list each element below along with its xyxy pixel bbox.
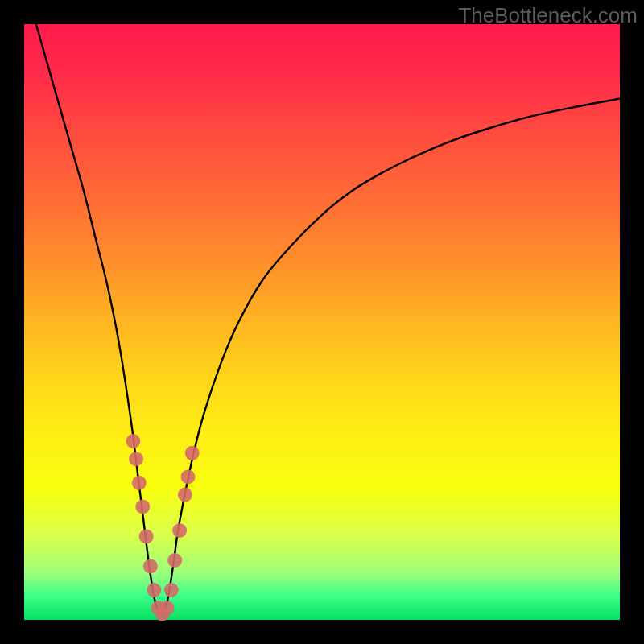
curve-marker (185, 446, 200, 460)
curve-marker (126, 434, 140, 448)
curve-marker (135, 499, 150, 514)
curve-markers (126, 434, 199, 621)
curve-marker (139, 529, 154, 543)
curve-marker (164, 583, 179, 597)
curve-marker (178, 488, 192, 502)
curve-marker (129, 452, 143, 466)
curve-marker (143, 559, 158, 573)
watermark-text: TheBottleneck.com (458, 3, 638, 28)
curve-marker (132, 476, 147, 490)
bottleneck-curve (36, 24, 620, 614)
chart-frame: TheBottleneck.com (0, 0, 644, 644)
curve-marker (160, 601, 175, 615)
curve-marker (172, 523, 187, 538)
chart-svg (24, 24, 620, 620)
plot-area (24, 24, 620, 620)
curve-marker (181, 469, 196, 484)
curve-marker (167, 553, 182, 568)
curve-marker (147, 583, 161, 597)
